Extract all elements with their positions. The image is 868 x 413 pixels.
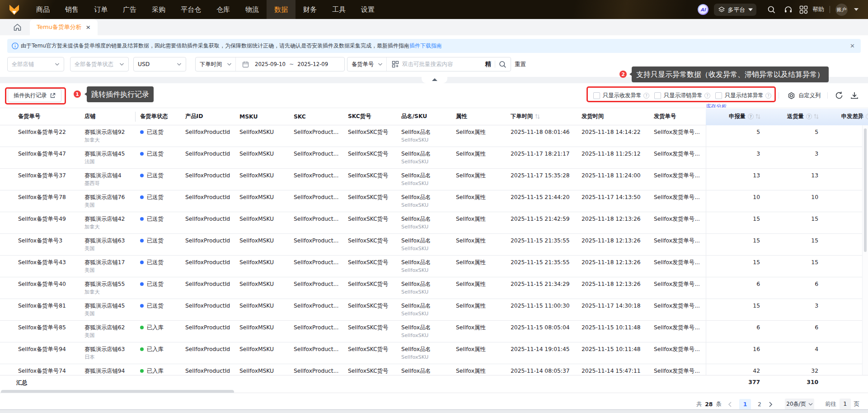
account-avatar[interactable]: 账户	[835, 4, 848, 16]
nav-item-1[interactable]: 销售	[57, 0, 86, 19]
cell-ship_time: 2025-11-15 10:11:48	[574, 342, 647, 364]
search-filter: 备货单号 双击可批量搜索内容 精	[347, 57, 511, 71]
vertical-scrollbar-thumb[interactable]	[864, 128, 867, 252]
nav-item-5[interactable]: 平台仓	[173, 0, 209, 19]
column-header-diff[interactable]: 申发差异?	[823, 108, 868, 125]
status-select[interactable]: 全部备货单状态	[70, 57, 129, 71]
column-header-msku: MSKU	[232, 108, 286, 125]
cell-order_no: Sellfox备货单号85	[0, 321, 77, 342]
tab-temu-analysis[interactable]: Temu备货单分析 ✕	[30, 19, 98, 35]
tab-close-icon[interactable]: ✕	[86, 24, 91, 30]
sort-icon[interactable]	[814, 114, 819, 119]
time-field-select[interactable]: 下单时间	[196, 57, 235, 71]
plugin-download-link[interactable]: 插件下载指南	[409, 42, 442, 50]
currency-select[interactable]: USD	[133, 57, 186, 71]
chevron-down-icon	[177, 62, 182, 66]
sort-icon[interactable]	[755, 114, 760, 119]
headset-icon[interactable]	[784, 5, 793, 14]
cell-attr: Sellfox属性	[449, 256, 503, 277]
collapse-filter-tab[interactable]	[422, 77, 447, 83]
sort-icon[interactable]	[535, 114, 540, 119]
layers-icon	[718, 6, 725, 14]
slow-sales-anomaly-checkbox[interactable]	[654, 92, 661, 99]
cell-order_time: 2025-11-15 21:34:29	[503, 277, 574, 299]
date-filter: 下单时间 2025-09-10 ~ 2025-12-09	[195, 57, 345, 71]
home-tab-icon[interactable]	[13, 23, 22, 32]
column-header-attr: 属性	[449, 108, 503, 125]
cell-order_no: Sellfox备货单号78	[0, 190, 77, 212]
ai-assistant-button[interactable]: AI	[698, 4, 708, 15]
nav-item-8[interactable]: 数据	[267, 0, 296, 19]
cell-ship_no: Sellfox发货单号...	[647, 147, 706, 168]
refresh-icon[interactable]	[835, 91, 843, 100]
horizontal-scrollbar	[0, 388, 868, 393]
calendar-icon	[242, 61, 249, 68]
nav-item-7[interactable]: 物流	[238, 0, 267, 19]
cell-status: 已送货	[133, 169, 178, 190]
help-button[interactable]: 帮助	[812, 0, 824, 19]
search-input[interactable]: 双击可批量搜索内容	[402, 61, 485, 68]
account-caret-icon[interactable]	[854, 8, 859, 13]
cell-status: 已送货	[133, 212, 178, 233]
cell-order_time: 2025-11-14 19:01:45	[503, 342, 574, 364]
cell-order_time: 2025-11-14 08:05:37	[503, 364, 574, 375]
cell-attr: Sellfox属性	[449, 125, 503, 147]
date-start-value[interactable]: 2025-09-10	[255, 61, 286, 67]
reset-button[interactable]: 重置	[515, 57, 526, 71]
help-circle-icon[interactable]: ?	[643, 93, 649, 99]
nav-item-9[interactable]: 财务	[296, 0, 324, 19]
apps-grid-icon[interactable]	[799, 5, 808, 14]
help-circle-icon[interactable]: ?	[765, 93, 771, 99]
search-icon[interactable]	[767, 5, 776, 14]
download-icon[interactable]	[850, 91, 859, 100]
cell-skc: SellfoxProduct...	[286, 342, 341, 364]
search-field-select[interactable]: 备货单号	[347, 57, 386, 71]
cell-order_time: 2025-11-15 21:42:59	[503, 212, 574, 233]
nav-item-0[interactable]: 商品	[28, 0, 57, 19]
date-end-value[interactable]: 2025-12-09	[297, 61, 328, 67]
cell-ship_no: Sellfox发货单号...	[647, 234, 706, 255]
exact-search-toggle[interactable]: 精	[485, 60, 492, 68]
cell-status: 已入库	[133, 342, 178, 364]
chevron-down-icon	[378, 62, 383, 66]
nav-item-4[interactable]: 采购	[144, 0, 173, 19]
goto-page-input[interactable]: 1	[840, 399, 851, 410]
help-circle-icon[interactable]: ?	[806, 114, 812, 119]
nav-item-11[interactable]: 设置	[353, 0, 382, 19]
column-header-delivered[interactable]: 送货量?	[765, 108, 823, 125]
search-submit-icon[interactable]	[499, 61, 507, 68]
nav-item-10[interactable]: 工具	[324, 0, 353, 19]
batch-search-icon[interactable]	[392, 61, 399, 68]
column-header-order_time[interactable]: 下单时间	[503, 108, 574, 125]
shop-select[interactable]: 全部店铺	[7, 57, 64, 71]
table-card: 插件执行记录 只显示收发异常 ? 只显示滞销异常 ? 只显示结算异常 ?	[0, 83, 868, 393]
cell-order_no: Sellfox备货单号37	[0, 169, 77, 190]
nav-item-2[interactable]: 订单	[86, 0, 115, 19]
banner-close-icon[interactable]: ✕	[850, 39, 855, 53]
cell-ship_no: Sellfox发货单号...	[647, 299, 706, 320]
help-circle-icon[interactable]: ?	[704, 93, 710, 99]
column-header-declared[interactable]: 申报量?	[706, 108, 765, 125]
cell-declared: 5	[706, 125, 765, 147]
settlement-anomaly-checkbox[interactable]	[715, 92, 722, 99]
customize-columns-button[interactable]: 自定义列	[788, 92, 821, 100]
cell-ship_time: 2025-11-18 11:24:00	[574, 169, 647, 190]
nav-item-6[interactable]: 仓库	[209, 0, 238, 19]
sellfox-logo-icon[interactable]	[9, 5, 19, 15]
cell-delivered: 15	[765, 256, 823, 277]
cell-delivered: 4	[765, 342, 823, 364]
cell-attr: Sellfox属性	[449, 147, 503, 168]
help-circle-icon[interactable]: ?	[866, 114, 868, 119]
cell-status: 已入库	[133, 321, 178, 342]
cell-ship_no: Sellfox发货单号...	[647, 212, 706, 233]
help-circle-icon[interactable]: ?	[748, 114, 754, 119]
plugin-log-button[interactable]: 插件执行记录	[8, 89, 61, 102]
divider	[235, 57, 236, 71]
cell-delivered: 15	[765, 234, 823, 255]
multi-platform-selector[interactable]: 多平台	[714, 4, 756, 16]
cell-name_sku: Sellfox品名SellfoxSKU	[394, 212, 449, 233]
cell-declared: 16	[706, 342, 765, 364]
receive-anomaly-checkbox[interactable]	[593, 92, 600, 99]
cell-name_sku: Sellfox品名SellfoxSKU	[394, 277, 449, 299]
nav-item-3[interactable]: 广告	[115, 0, 144, 19]
